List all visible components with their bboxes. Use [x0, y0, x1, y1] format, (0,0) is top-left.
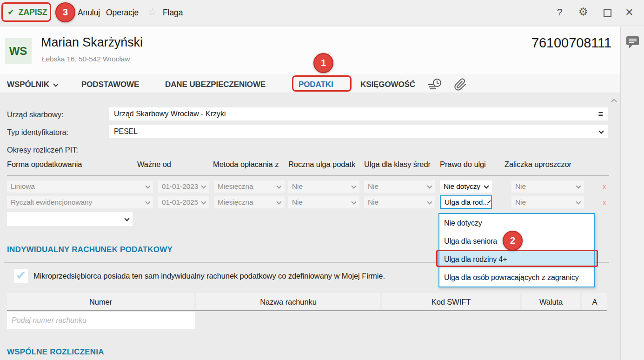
pit-col-wazne-od: Ważne od [137, 160, 195, 169]
bank-number-input[interactable] [12, 316, 191, 325]
tab-wspolnik[interactable]: WSPÓLNIK [7, 80, 58, 89]
chevron-down-icon [201, 183, 206, 188]
pit-col-forma: Forma opodatkowania [7, 160, 130, 169]
tab-ksiegowosc[interactable]: KSIĘGOWOŚĆ [360, 80, 415, 89]
gear-icon[interactable]: ⚙ [578, 6, 588, 18]
chevron-down-icon [598, 128, 604, 133]
record-header [0, 27, 620, 74]
save-button-label: ZAPISZ [19, 7, 47, 17]
save-button[interactable]: ✔ ZAPISZ [7, 7, 47, 17]
cancel-button[interactable]: Anuluj [78, 8, 100, 18]
chevron-down-icon [484, 183, 489, 188]
wazne-od-select-row2[interactable]: 01-01-2025 [158, 196, 209, 208]
chevron-down-icon [201, 199, 206, 204]
roczna-ulga-select-row2[interactable]: Nie [288, 196, 359, 208]
chevron-down-icon [576, 199, 581, 204]
roczna-ulga-select-row1[interactable]: Nie [288, 180, 359, 193]
scroll-up-arrow[interactable] [611, 99, 617, 105]
remove-row1-button[interactable]: x [603, 182, 611, 190]
history-icon[interactable] [427, 77, 443, 91]
ulga-dropdown-list: Nie dotyczy Ulga dla seniora Ulga dla ro… [438, 213, 595, 287]
help-button[interactable]: ? [557, 7, 563, 18]
id-type-label: Typ identyfikatora: [7, 128, 68, 137]
operations-button[interactable]: Operacje [106, 8, 139, 18]
micro-checkbox[interactable]: ✔ [14, 269, 28, 283]
page-title: Marian Skarżyński [41, 35, 143, 50]
id-type-value: PESEL [114, 127, 138, 136]
pit-header-divider [7, 175, 609, 176]
bank-col-numer: Numer [7, 293, 194, 311]
zaliczka-select-row2[interactable]: Nie [511, 196, 584, 208]
check-icon: ✔ [7, 7, 14, 17]
star-icon: ☆ [148, 6, 157, 18]
bank-col-swift: Kod SWIFT [382, 293, 520, 311]
tax-office-label: Urząd skarbowy: [7, 110, 63, 119]
tax-office-fieldbox: ≡ [109, 107, 608, 120]
dropdown-option-ulga-rodziny[interactable]: Ulga dla rodziny 4+ [439, 250, 594, 268]
chevron-down-icon [427, 199, 432, 204]
pit-periods-label: Okresy rozliczeń PIT: [7, 146, 78, 154]
new-forma-select[interactable] [7, 212, 133, 226]
chevron-down-icon [53, 81, 58, 87]
pit-col-prawo: Prawo do ulgi [440, 160, 503, 169]
maximize-icon[interactable] [604, 9, 611, 17]
right-side-panel [620, 27, 644, 360]
forma-select-row2[interactable]: Ryczałt ewidencjonowany [7, 196, 153, 208]
menu-icon[interactable]: ≡ [598, 109, 603, 119]
attachment-icon[interactable] [454, 78, 467, 91]
annotation-circle-1: 1 [313, 53, 333, 73]
tab-podatki[interactable]: PODATKI [299, 80, 333, 89]
pit-col-roczna-ulga: Roczna ulga podatk [288, 160, 363, 169]
forma-select-row1[interactable]: Liniowa [7, 180, 153, 193]
dropdown-option-ulga-powracajacych[interactable]: Ulga dla osób powracających z zagranicy [439, 268, 594, 287]
prawo-do-ulgi-select-row1[interactable]: Nie dotyczy [440, 180, 492, 193]
chevron-down-icon [145, 199, 150, 204]
avatar: WS [5, 38, 32, 64]
zaliczka-select-row1[interactable]: Nie [511, 180, 584, 193]
remove-row2-button[interactable]: x [603, 198, 611, 206]
bank-col-nazwa: Nazwa rachunku [196, 293, 380, 311]
address-subtitle: Łebska 16, 50-542 Wrocław [42, 55, 130, 63]
metoda-select-row1[interactable]: Miesięczna [214, 180, 285, 193]
chevron-down-icon [427, 183, 432, 188]
ulga-klasy-select-row2[interactable]: Nie [364, 196, 435, 208]
pit-col-zaliczka: Zaliczka uproszczor [505, 160, 587, 169]
prawo-do-ulgi-select-row2-focused[interactable]: Ulga dla rod... [440, 195, 492, 209]
annotation-circle-2: 2 [503, 231, 523, 251]
bank-header-divider [7, 310, 607, 311]
id-type-select[interactable]: PESEL [109, 125, 608, 138]
pit-col-metoda: Metoda opłacania z [213, 160, 286, 169]
tax-office-input[interactable] [114, 110, 598, 118]
tab-dane-ubezpieczeniowe[interactable]: DANE UBEZPIECZENIOWE [165, 80, 266, 89]
section-title-individual-account: INDYWIDUALNY RACHUNEK PODATKOWY [7, 245, 173, 254]
bank-col-waluta: Waluta [522, 293, 580, 311]
wazne-od-select-row1[interactable]: 01-01-2023 [158, 180, 209, 193]
chevron-down-icon [145, 183, 150, 188]
metoda-select-row2[interactable]: Miesięczna [214, 196, 285, 208]
close-icon[interactable]: ✕ [625, 7, 633, 19]
chevron-down-icon [351, 183, 356, 188]
dropdown-option-nie-dotyczy[interactable]: Nie dotyczy [439, 214, 594, 232]
chevron-down-icon [276, 183, 281, 188]
chevron-down-icon [124, 216, 129, 221]
ulga-klasy-select-row1[interactable]: Nie [364, 180, 435, 193]
app-window: ✔ ZAPISZ ✕ Anuluj Operacje ☆ Flaga ? ⚙ ✕… [0, 0, 644, 360]
chevron-down-icon [276, 199, 281, 204]
identifier-number: 76100708111 [531, 35, 611, 51]
bank-col-a: A [582, 293, 607, 311]
flag-button[interactable]: Flaga [163, 8, 183, 18]
comment-icon[interactable] [626, 36, 639, 49]
chevron-down-icon [576, 183, 581, 188]
annotation-circle-3: 3 [55, 2, 75, 22]
micro-checkbox-label: Mikroprzedsiębiorca posiada ten sam indy… [33, 272, 385, 280]
bank-number-fieldbox [7, 312, 195, 329]
chevron-down-icon [351, 199, 356, 204]
tab-podstawowe[interactable]: PODSTAWOWE [81, 80, 139, 89]
section-title-joint-settlements: WSPÓLNE ROZLICZENIA [7, 347, 104, 357]
pit-col-ulga-klasy: Ulga dla klasy średr [364, 160, 438, 169]
toolbar: ✔ ZAPISZ ✕ Anuluj Operacje ☆ Flaga ? ⚙ ✕ [0, 0, 644, 26]
checkmark-icon: ✔ [16, 269, 26, 281]
